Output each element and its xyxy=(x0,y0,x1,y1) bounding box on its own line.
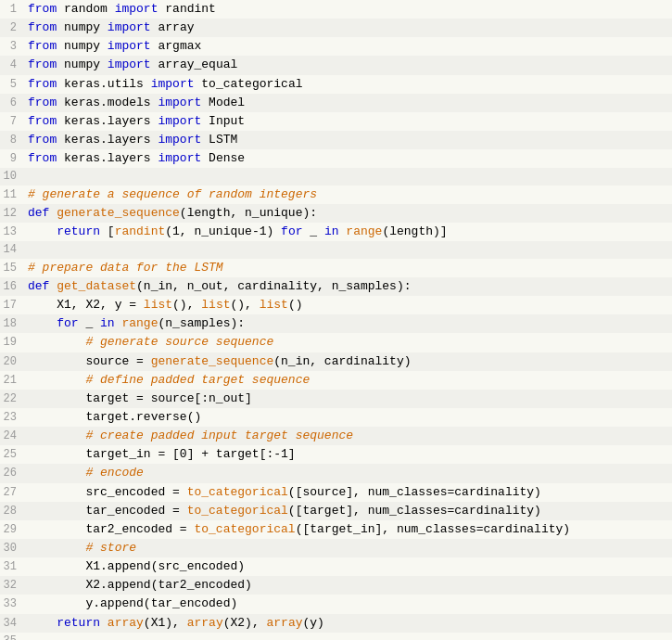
line-number: 34 xyxy=(0,615,26,633)
code-line: 14 xyxy=(0,241,672,259)
line-content: return array(X1), array(X2), array(y) xyxy=(26,614,672,633)
code-line: 17 X1, X2, y = list(), list(), list() xyxy=(0,296,672,314)
line-number: 29 xyxy=(0,521,26,539)
code-line: 2from numpy import array xyxy=(0,19,672,37)
line-content: X1.append(src_encoded) xyxy=(26,557,672,576)
line-content: from random import randint xyxy=(26,0,672,19)
line-number: 24 xyxy=(0,428,26,445)
line-content: X2.append(tar2_encoded) xyxy=(26,576,672,595)
line-number: 17 xyxy=(0,297,26,314)
code-line: 1from random import randint xyxy=(0,0,672,19)
line-number: 3 xyxy=(0,38,26,56)
code-line: 21 # define padded target sequence xyxy=(0,371,672,390)
line-number: 23 xyxy=(0,409,26,427)
line-content: target.reverse() xyxy=(26,408,672,427)
line-content: def get_dataset(n_in, n_out, cardinality… xyxy=(26,277,672,296)
line-number: 21 xyxy=(0,372,26,390)
line-number: 15 xyxy=(0,260,26,277)
code-line: 32 X2.append(tar2_encoded) xyxy=(0,576,672,595)
line-number: 28 xyxy=(0,503,26,520)
line-number: 16 xyxy=(0,278,26,296)
line-content: # create padded input target sequence xyxy=(26,427,672,445)
line-number: 31 xyxy=(0,558,26,576)
code-line: 20 source = generate_sequence(n_in, card… xyxy=(0,352,672,371)
line-number: 32 xyxy=(0,577,26,595)
code-line: 27 src_encoded = to_categorical([source]… xyxy=(0,483,672,502)
code-line: 19 # generate source sequence xyxy=(0,333,672,352)
code-editor: 1from random import randint2from numpy i… xyxy=(0,0,672,640)
code-line: 4from numpy import array_equal xyxy=(0,56,672,74)
code-line: 24 # create padded input target sequence xyxy=(0,427,672,445)
code-line: 3from numpy import argmax xyxy=(0,37,672,56)
code-line: 10 xyxy=(0,168,672,186)
line-content: from numpy import array xyxy=(26,19,672,37)
line-content: y.append(tar_encoded) xyxy=(26,595,672,613)
code-line: 25 target_in = [0] + target[:-1] xyxy=(0,445,672,464)
line-number: 12 xyxy=(0,205,26,223)
line-number: 10 xyxy=(0,168,26,186)
line-content: tar_encoded = to_categorical([target], n… xyxy=(26,502,672,520)
code-line: 28 tar_encoded = to_categorical([target]… xyxy=(0,502,672,520)
code-line: 30 # store xyxy=(0,539,672,557)
code-line: 22 target = source[:n_out] xyxy=(0,390,672,408)
code-line: 7from keras.layers import Input xyxy=(0,112,672,131)
line-number: 20 xyxy=(0,353,26,371)
line-number: 19 xyxy=(0,334,26,352)
line-number: 33 xyxy=(0,595,26,613)
code-line: 11# generate a sequence of random intege… xyxy=(0,186,672,204)
line-content: # encode xyxy=(26,464,672,482)
line-content: target_in = [0] + target[:-1] xyxy=(26,445,672,464)
code-line: 35 xyxy=(0,633,672,640)
code-line: 12def generate_sequence(length, n_unique… xyxy=(0,204,672,223)
line-content: for _ in range(n_samples): xyxy=(26,314,672,333)
line-content: tar2_encoded = to_categorical([target_in… xyxy=(26,520,672,539)
line-number: 2 xyxy=(0,19,26,37)
code-line: 34 return array(X1), array(X2), array(y) xyxy=(0,614,672,633)
line-number: 9 xyxy=(0,150,26,168)
line-content: # define padded target sequence xyxy=(26,371,672,390)
line-content: def generate_sequence(length, n_unique): xyxy=(26,204,672,223)
line-content: from numpy import array_equal xyxy=(26,56,672,74)
line-number: 11 xyxy=(0,186,26,204)
line-content: source = generate_sequence(n_in, cardina… xyxy=(26,352,672,371)
line-number: 26 xyxy=(0,465,26,482)
code-line: 8from keras.layers import LSTM xyxy=(0,131,672,149)
line-number: 35 xyxy=(0,633,26,640)
line-number: 27 xyxy=(0,484,26,502)
line-number: 1 xyxy=(0,1,26,19)
line-number: 5 xyxy=(0,76,26,94)
code-line: 13 return [randint(1, n_unique-1) for _ … xyxy=(0,223,672,241)
line-content: # prepare data for the LSTM xyxy=(26,259,672,277)
line-content: from keras.utils import to_categorical xyxy=(26,75,672,94)
line-content: return [randint(1, n_unique-1) for _ in … xyxy=(26,223,672,241)
line-content: # generate source sequence xyxy=(26,333,672,352)
code-line: 16def get_dataset(n_in, n_out, cardinali… xyxy=(0,277,672,296)
line-content: X1, X2, y = list(), list(), list() xyxy=(26,296,672,314)
code-line: 29 tar2_encoded = to_categorical([target… xyxy=(0,520,672,539)
line-number: 22 xyxy=(0,390,26,408)
line-number: 7 xyxy=(0,113,26,131)
line-number: 8 xyxy=(0,132,26,149)
code-line: 9from keras.layers import Dense xyxy=(0,149,672,168)
code-line: 6from keras.models import Model xyxy=(0,94,672,112)
line-number: 13 xyxy=(0,224,26,241)
line-number: 30 xyxy=(0,540,26,557)
line-content: src_encoded = to_categorical([source], n… xyxy=(26,483,672,502)
line-number: 25 xyxy=(0,446,26,464)
code-line: 23 target.reverse() xyxy=(0,408,672,427)
line-number: 14 xyxy=(0,241,26,259)
code-line: 31 X1.append(src_encoded) xyxy=(0,557,672,576)
code-line: 15# prepare data for the LSTM xyxy=(0,259,672,277)
code-line: 26 # encode xyxy=(0,464,672,482)
line-content: # generate a sequence of random integers xyxy=(26,186,672,204)
code-line: 33 y.append(tar_encoded) xyxy=(0,595,672,613)
line-content: from keras.models import Model xyxy=(26,94,672,112)
line-number: 6 xyxy=(0,95,26,112)
line-content: target = source[:n_out] xyxy=(26,390,672,408)
line-content: from keras.layers import Input xyxy=(26,112,672,131)
line-content: # store xyxy=(26,539,672,557)
line-content: from keras.layers import Dense xyxy=(26,149,672,168)
code-line: 5from keras.utils import to_categorical xyxy=(0,75,672,94)
line-content: from numpy import argmax xyxy=(26,37,672,56)
line-number: 18 xyxy=(0,315,26,333)
